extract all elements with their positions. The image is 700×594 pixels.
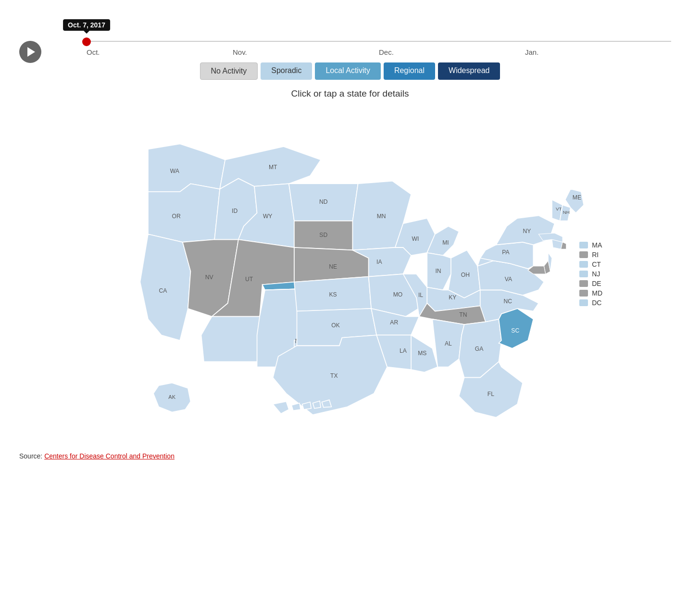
label-ct: CT <box>592 260 601 268</box>
svg-text:MS: MS <box>418 350 426 357</box>
legend-section: No Activity Sporadic Local Activity Regi… <box>19 62 681 80</box>
timeline-tooltip: Oct. 7, 2017 <box>63 19 110 31</box>
state-or[interactable] <box>148 184 220 242</box>
svg-text:VA: VA <box>505 276 512 283</box>
svg-text:ND: ND <box>319 198 328 205</box>
label-de: DE <box>592 280 601 287</box>
svg-text:ME: ME <box>573 194 581 201</box>
map-wrapper: WA OR CA NV ID MT WY <box>98 107 602 438</box>
svg-text:NY: NY <box>523 228 531 235</box>
svg-text:NV: NV <box>205 274 214 281</box>
svg-text:OK: OK <box>331 322 340 329</box>
svg-text:IN: IN <box>435 268 441 274</box>
svg-text:MN: MN <box>377 213 386 220</box>
source-link[interactable]: Centers for Disease Control and Preventi… <box>44 452 175 460</box>
label-md: MD <box>592 289 602 297</box>
timeline-line <box>87 41 671 42</box>
svg-text:SD: SD <box>319 232 327 238</box>
swatch-de <box>579 280 588 287</box>
legend-local-activity[interactable]: Local Activity <box>315 62 380 80</box>
sidebar-item-dc: DC <box>579 299 602 307</box>
month-dec: Dec. <box>379 43 525 56</box>
svg-text:TN: TN <box>459 311 467 318</box>
timeline-container: Oct. 7, 2017 Oct. Nov. Dec. Jan. <box>48 14 681 53</box>
sidebar-item-ma: MA <box>579 241 602 249</box>
map-instruction: Click or tap a state for details <box>19 88 681 99</box>
swatch-dc <box>579 299 588 306</box>
sidebar-item-de: DE <box>579 280 602 287</box>
svg-text:MI: MI <box>442 239 449 246</box>
svg-text:PA: PA <box>502 249 510 256</box>
source-prefix: Source: <box>19 452 44 460</box>
svg-text:NC: NC <box>503 298 512 305</box>
swatch-ct <box>579 261 588 268</box>
legend-no-activity[interactable]: No Activity <box>200 62 258 80</box>
timeline-months: Oct. Nov. Dec. Jan. <box>87 43 671 56</box>
state-hi[interactable] <box>273 401 289 413</box>
svg-text:IL: IL <box>418 292 423 298</box>
source-section: Source: Centers for Disease Control and … <box>19 452 681 460</box>
play-button[interactable] <box>19 41 41 63</box>
svg-text:SC: SC <box>511 327 519 334</box>
swatch-ri <box>579 251 588 258</box>
svg-text:FL: FL <box>488 391 494 397</box>
label-dc: DC <box>592 299 601 307</box>
svg-text:NH: NH <box>563 210 570 215</box>
label-ma: MA <box>592 241 602 249</box>
svg-text:TX: TX <box>330 372 338 379</box>
svg-text:VT: VT <box>556 206 562 211</box>
map-container: WA OR CA NV ID MT WY <box>19 107 681 438</box>
sidebar-item-nj: NJ <box>579 270 602 278</box>
svg-text:OR: OR <box>172 213 180 220</box>
svg-text:UT: UT <box>245 276 253 283</box>
us-map[interactable]: WA OR CA NV ID MT WY <box>98 107 602 436</box>
svg-text:ID: ID <box>232 208 238 214</box>
svg-text:WI: WI <box>412 235 419 242</box>
state-hi2[interactable] <box>291 403 300 410</box>
sidebar-item-md: MD <box>579 289 602 297</box>
svg-text:WY: WY <box>263 213 273 220</box>
svg-text:AR: AR <box>390 319 398 326</box>
svg-text:WA: WA <box>170 168 180 174</box>
svg-text:GA: GA <box>475 346 484 352</box>
month-oct: Oct. <box>87 43 233 56</box>
legend-sporadic[interactable]: Sporadic <box>261 62 312 80</box>
svg-text:CA: CA <box>159 287 168 294</box>
svg-text:MT: MT <box>269 164 277 171</box>
label-ri: RI <box>592 251 599 259</box>
map-sidebar-legend: MA RI CT NJ DE MD <box>579 241 602 307</box>
svg-text:KY: KY <box>449 294 456 301</box>
legend-regional[interactable]: Regional <box>384 62 435 80</box>
state-wa[interactable] <box>148 144 225 191</box>
svg-text:OH: OH <box>461 272 470 278</box>
swatch-nj <box>579 271 588 277</box>
label-nj: NJ <box>592 270 600 278</box>
svg-text:IA: IA <box>376 259 382 265</box>
svg-text:MO: MO <box>393 291 403 298</box>
sidebar-item-ct: CT <box>579 260 602 268</box>
swatch-md <box>579 290 588 297</box>
svg-text:KS: KS <box>329 291 337 298</box>
month-nov: Nov. <box>233 43 379 56</box>
month-jan: Jan. <box>525 43 671 56</box>
timeline-section: Oct. 7, 2017 Oct. Nov. Dec. Jan. <box>19 14 681 53</box>
sidebar-item-ri: RI <box>579 251 602 259</box>
svg-text:NE: NE <box>329 263 337 270</box>
svg-text:AL: AL <box>445 340 452 347</box>
swatch-ma <box>579 242 588 248</box>
svg-text:AK: AK <box>168 394 175 400</box>
svg-text:LA: LA <box>400 347 407 354</box>
legend-widespread[interactable]: Widespread <box>438 62 500 80</box>
